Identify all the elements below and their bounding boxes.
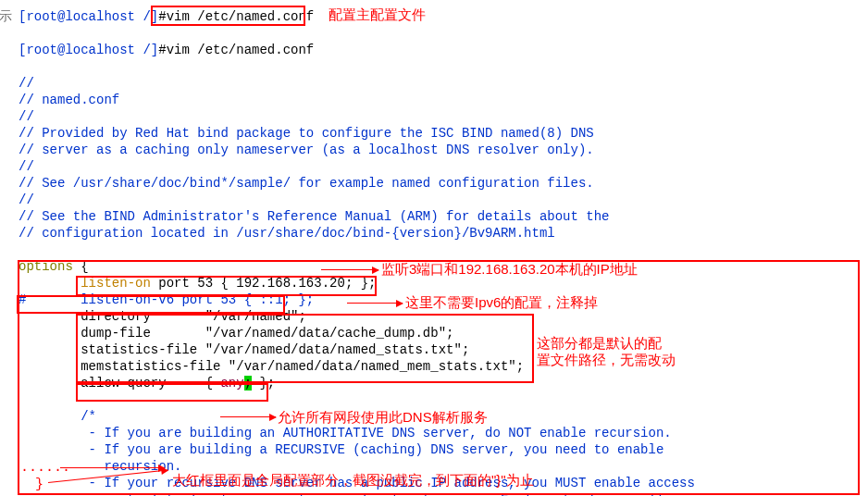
statistics-file-line: statistics-file "/var/named/data/named_s…: [19, 341, 868, 358]
terminal-line-cmd: [root@localhost /]#vim /etc/named.conf: [19, 25, 868, 58]
vim-command: vim /etc/named.conf: [167, 43, 315, 57]
arrow-global1: [60, 467, 165, 468]
arrow-listen-on: [321, 269, 378, 270]
comment: // Provided by Red Hat bind package to c…: [19, 125, 868, 142]
blank: [19, 58, 868, 75]
annot-allow-query: 允许所有网段使用此DNS解析服务: [278, 409, 488, 426]
annot-global-end: 大红框里面是全局配置部分，截图没截完，到下面的"}"为止: [172, 472, 534, 489]
annot-ipv6: 这里不需要Ipv6的配置，注释掉: [405, 294, 598, 311]
comment: // server as a caching only nameserver (…: [19, 142, 868, 158]
ellipsis-marker: ......: [20, 460, 70, 477]
listen-on-v6-kw: listen-on-v6: [81, 292, 174, 307]
listen-on-kw: listen-on: [81, 276, 151, 291]
any-keyword: any;: [220, 376, 252, 391]
annot-listen-on: 监听3端口和192.168.163.20本机的IP地址: [381, 261, 638, 278]
arrow-ipv6: [347, 303, 403, 304]
prev-cmd: vim /etc/named.conf: [167, 9, 315, 24]
arrow-allow-query: [220, 416, 276, 417]
annot-defaults-l2: 置文件路径，无需改动: [537, 352, 676, 368]
blank: [19, 391, 868, 408]
blank: [19, 242, 868, 258]
block-comment: - If you are building a RECURSIVE (cachi…: [19, 441, 868, 458]
prompt: [root@localhost /]: [19, 43, 158, 57]
comment: // configuration located in /usr/share/d…: [19, 225, 868, 242]
comment: // See /usr/share/doc/bind*/sample/ for …: [19, 175, 868, 192]
closing-brace-marker: }: [35, 477, 43, 493]
comment: //: [19, 192, 868, 208]
options-keyword: options: [19, 259, 73, 274]
comment: //: [19, 75, 868, 92]
comment: // named.conf: [19, 92, 868, 108]
comment: // See the BIND Administrator's Referenc…: [19, 208, 868, 225]
memstatistics-file-line: memstatistics-file "/var/named/data/name…: [19, 358, 868, 375]
annot-main-conf: 配置主配置文件: [329, 6, 426, 23]
terminal-line-prev: [root@localhost /]#vim /etc/named.conf: [19, 0, 868, 25]
dump-file-line: dump-file "/var/named/data/cache_dump.db…: [19, 325, 868, 341]
block-comment: control to limit queries to your legitim…: [19, 491, 868, 496]
comment: //: [19, 158, 868, 175]
comment: //: [19, 108, 868, 125]
block-comment: - If you are building an AUTHORITATIVE D…: [19, 425, 868, 441]
prompt: [root@localhost /]: [19, 9, 158, 24]
allow-query-line: allow-query { any; };: [19, 375, 868, 391]
annot-defaults-l1: 这部分都是默认的配: [537, 335, 662, 352]
